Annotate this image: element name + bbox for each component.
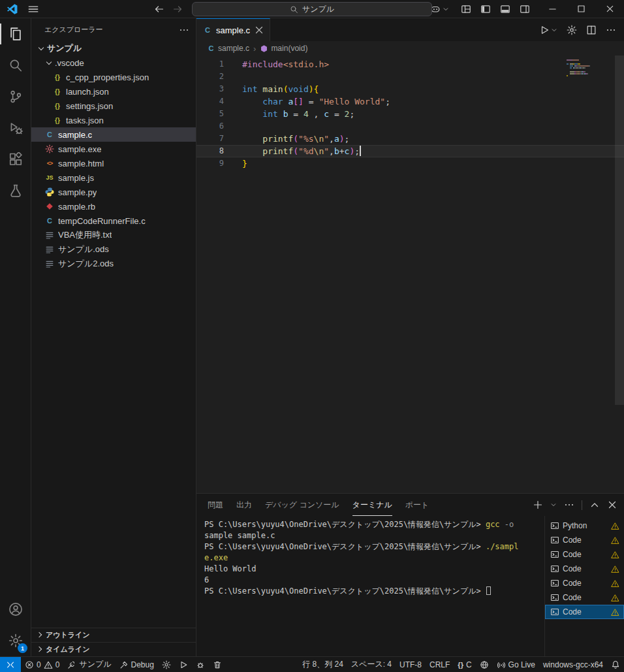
close-button[interactable] — [595, 0, 624, 18]
code-line[interactable]: 8 printf("%d\n",b+c); — [196, 145, 624, 157]
tree-item-label: tasks.json — [66, 116, 104, 125]
warning-icon — [611, 594, 619, 602]
code-line[interactable]: 9} — [196, 157, 624, 170]
tree-item[interactable]: Csample.c — [31, 127, 196, 142]
sidebar-section-アウトライン[interactable]: アウトライン — [31, 628, 196, 642]
activity-item-accounts[interactable] — [0, 594, 31, 625]
activity-item-manage[interactable]: 1 — [0, 625, 31, 656]
toggle-primary-sidebar-button[interactable] — [480, 4, 491, 14]
close-panel-button[interactable] — [607, 500, 617, 510]
status-item-browser-preview[interactable] — [476, 657, 493, 672]
panel-tab-ポート[interactable]: ポート — [405, 494, 429, 516]
terminal[interactable]: PS C:\Users\yuyu4\OneDrive\デスクトップ\2025\情… — [196, 516, 544, 656]
tree-item[interactable]: サンプル.ods — [31, 242, 196, 257]
panel-more-button[interactable] — [564, 500, 574, 510]
customize-layout-button[interactable] — [461, 4, 471, 14]
error-icon — [25, 660, 34, 669]
tree-item[interactable]: CtempCodeRunnerFile.c — [31, 214, 196, 228]
panel-tab-出力[interactable]: 出力 — [236, 494, 252, 516]
tree-item[interactable]: sample.rb — [31, 199, 196, 214]
terminal-list-item[interactable]: Python — [545, 519, 624, 533]
tab-close-icon[interactable] — [254, 25, 264, 35]
more-actions-button[interactable] — [606, 25, 616, 35]
terminal-list-item[interactable]: Code — [545, 547, 624, 562]
status-item-indentation[interactable]: スペース: 4 — [347, 657, 396, 672]
status-item-go-live[interactable]: Go Live — [493, 657, 539, 672]
maximize-panel-button[interactable] — [589, 500, 600, 510]
minimap[interactable] — [567, 59, 615, 77]
tab-sample-c[interactable]: Csample.c — [196, 18, 270, 41]
activity-item-source-control[interactable] — [0, 81, 31, 112]
activity-item-testing[interactable] — [0, 175, 31, 206]
code-line[interactable]: 1#include<stdio.h> — [196, 58, 624, 71]
activity-item-run-and-debug[interactable] — [0, 112, 31, 144]
sidebar-section-タイムライン[interactable]: タイムライン — [31, 642, 196, 656]
terminal-list-item[interactable]: Code — [545, 576, 624, 590]
activity-bar-top — [0, 18, 31, 206]
tree-item[interactable]: JSsample.js — [31, 170, 196, 185]
status-item-notifications[interactable] — [607, 657, 624, 672]
panel-tab-デバッグ コンソール[interactable]: デバッグ コンソール — [265, 494, 339, 516]
status-item-remote-indicator[interactable] — [0, 657, 21, 672]
status-item-project[interactable]: サンプル — [63, 657, 115, 672]
code-line[interactable]: 3int main(void){ — [196, 83, 624, 95]
code-line[interactable]: 5 int b = 4 , c = 2; — [196, 108, 624, 120]
maximize-button[interactable] — [567, 0, 595, 18]
status-item-build-settings[interactable] — [158, 657, 175, 672]
toggle-panel-button[interactable] — [500, 4, 510, 14]
status-item-debug-project[interactable] — [192, 657, 209, 672]
status-item-build-variant[interactable]: Debug — [116, 657, 158, 672]
status-item-eol-sequence[interactable]: CRLF — [426, 657, 454, 672]
activity-item-search[interactable] — [0, 50, 31, 81]
split-editor-button[interactable] — [586, 25, 597, 35]
activity-item-extensions[interactable] — [0, 144, 31, 175]
panel-tab-問題[interactable]: 問題 — [208, 494, 223, 516]
back-button[interactable] — [154, 4, 164, 14]
activity-item-explorer[interactable] — [0, 18, 31, 50]
status-item-compiler-config[interactable]: windows-gcc-x64 — [539, 657, 607, 672]
status-item-problems[interactable]: 00 — [21, 657, 63, 672]
command-center[interactable]: サンプル — [192, 2, 432, 16]
views-more-actions-icon[interactable] — [179, 25, 189, 35]
terminal-list-item[interactable]: Code — [545, 605, 624, 619]
terminal-list-item[interactable]: Code — [545, 533, 624, 547]
run-code-button[interactable] — [539, 25, 557, 35]
tree-item[interactable]: sample.py — [31, 185, 196, 199]
code-line[interactable]: 4 char a[] = "Hello World"; — [196, 95, 624, 108]
tree-item[interactable]: サンプル2.ods — [31, 257, 196, 271]
status-item-run-project[interactable] — [175, 657, 192, 672]
tree-item[interactable]: VBA使用時.txt — [31, 228, 196, 242]
toggle-secondary-sidebar-button[interactable] — [520, 4, 530, 14]
forward-button[interactable] — [172, 4, 183, 14]
run-settings-button[interactable] — [567, 25, 577, 35]
tree-item[interactable]: .vscode — [31, 56, 196, 70]
code-line[interactable]: 2 — [196, 71, 624, 83]
tree-item[interactable]: {}c_cpp_properties.json — [31, 70, 196, 84]
editor-surface[interactable]: 1#include<stdio.h>23int main(void){4 cha… — [196, 56, 624, 493]
status-text: C — [466, 660, 472, 669]
status-item-clean-build[interactable] — [209, 657, 226, 672]
tree-item[interactable]: sample.exe — [31, 142, 196, 156]
breadcrumb[interactable]: Csample.c›main(void) — [196, 41, 624, 56]
new-terminal-button[interactable] — [533, 500, 543, 510]
tree-item[interactable]: サンプル — [31, 41, 196, 56]
status-item-cursor-position[interactable]: 行 8、列 24 — [298, 657, 347, 672]
minimize-button[interactable] — [538, 0, 567, 18]
tree-item[interactable]: {}launch.json — [31, 84, 196, 99]
editor-scrollbar[interactable] — [615, 56, 624, 405]
status-item-language-mode[interactable]: {}C — [454, 657, 475, 672]
menu-button[interactable] — [27, 3, 39, 15]
terminal-list-item[interactable]: Code — [545, 562, 624, 576]
tree-item[interactable]: {}settings.json — [31, 99, 196, 113]
terminal-list-item[interactable]: Code — [545, 590, 624, 605]
breadcrumb-item[interactable]: main(void) — [260, 44, 307, 53]
code-line[interactable]: 6 — [196, 120, 624, 133]
panel-tab-ターミナル[interactable]: ターミナル — [352, 494, 392, 516]
status-item-encoding[interactable]: UTF-8 — [396, 657, 426, 672]
tree-item[interactable]: <>sample.html — [31, 156, 196, 170]
code-line[interactable]: 7 printf("%s\n",a); — [196, 133, 624, 145]
txt-file-icon — [44, 259, 55, 269]
tree-item[interactable]: {}tasks.json — [31, 113, 196, 127]
terminal-profile-button[interactable] — [550, 502, 557, 508]
breadcrumb-item[interactable]: Csample.c — [207, 44, 249, 53]
